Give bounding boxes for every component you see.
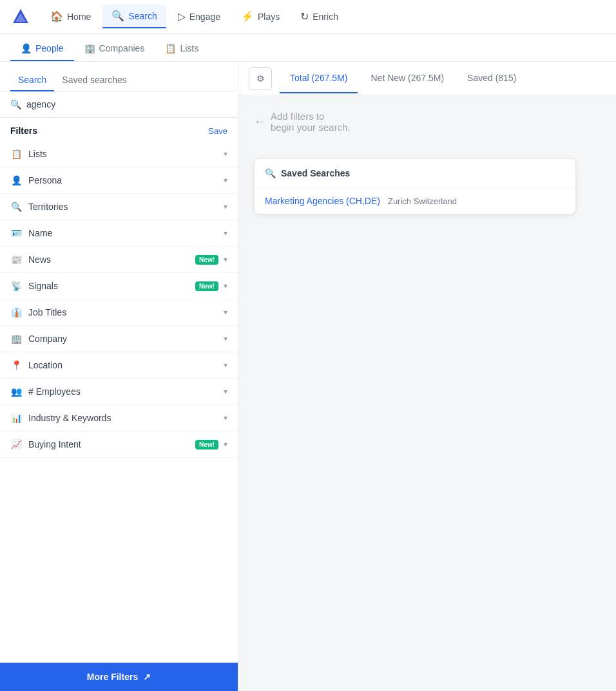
filter-icon-buying-intent: 📈 bbox=[10, 439, 22, 450]
filter-label-job-titles: 👔 Job Titles bbox=[10, 307, 66, 317]
chevron-icon-persona: ▾ bbox=[224, 176, 227, 185]
filters-title: Filters bbox=[10, 126, 37, 136]
filter-label-location: 📍 Location bbox=[10, 360, 63, 370]
chevron-icon-lists: ▾ bbox=[224, 149, 227, 158]
filter-text-signals: Signals bbox=[28, 281, 58, 291]
companies-icon: 🏢 bbox=[84, 43, 95, 53]
filter-icon-news: 📰 bbox=[10, 254, 22, 265]
tab-lists[interactable]: 📋 Lists bbox=[155, 37, 209, 61]
top-nav: 🏠 Home 🔍 Search ▷ Engage ⚡ Plays ↻ Enric… bbox=[0, 0, 616, 33]
filter-text-lists: Lists bbox=[28, 149, 47, 159]
more-filters-button[interactable]: More Filters ↗ bbox=[0, 663, 238, 691]
arrow-left-icon: ← bbox=[254, 115, 265, 129]
chevron-icon-news: ▾ bbox=[224, 255, 227, 264]
search-tabs: Search Saved searches bbox=[0, 62, 238, 91]
filter-text-territories: Territories bbox=[28, 202, 68, 212]
filter-industry[interactable]: 📊 Industry & Keywords ▾ bbox=[0, 405, 238, 431]
filter-name[interactable]: 🪪 Name ▾ bbox=[0, 220, 238, 247]
chevron-icon-industry: ▾ bbox=[224, 413, 227, 422]
search-tab-search[interactable]: Search bbox=[10, 70, 54, 91]
filter-icon-industry: 📊 bbox=[10, 413, 22, 423]
nav-plays[interactable]: ⚡ Plays bbox=[232, 5, 289, 28]
entity-tab-bar: 👤 People 🏢 Companies 📋 Lists bbox=[0, 33, 616, 62]
search-input-area: 🔍 bbox=[0, 91, 238, 118]
content-area: ⚙ Total (267.5M) Net New (267.5M) Saved … bbox=[238, 62, 616, 691]
chevron-icon-buying-intent: ▾ bbox=[224, 440, 227, 449]
filter-job-titles[interactable]: 👔 Job Titles ▾ bbox=[0, 299, 238, 326]
filter-text-location: Location bbox=[28, 360, 63, 370]
tab-people[interactable]: 👤 People bbox=[10, 37, 74, 61]
nav-enrich[interactable]: ↻ Enrich bbox=[291, 5, 347, 28]
filter-icon-territories: 🔍 bbox=[10, 202, 22, 212]
nav-engage[interactable]: ▷ Engage bbox=[169, 5, 229, 28]
external-link-icon: ↗ bbox=[143, 672, 151, 682]
filter-location[interactable]: 📍 Location ▾ bbox=[0, 352, 238, 379]
saved-search-item: Marketing Agencies (CH,DE) Zurich Switze… bbox=[255, 188, 575, 214]
sidebar: Search Saved searches 🔍 Filters Save 📋 L… bbox=[0, 62, 238, 691]
filter-employees[interactable]: 👥 # Employees ▾ bbox=[0, 379, 238, 405]
filter-news[interactable]: 📰 News New! ▾ bbox=[0, 247, 238, 273]
nav-search[interactable]: 🔍 Search bbox=[102, 5, 166, 28]
save-filter-button[interactable]: Save bbox=[208, 126, 227, 136]
filter-label-buying-intent: 📈 Buying Intent bbox=[10, 439, 81, 450]
filter-icon-company: 🏢 bbox=[10, 334, 22, 344]
filter-signals[interactable]: 📡 Signals New! ▾ bbox=[0, 273, 238, 299]
filter-text-name: Name bbox=[28, 228, 52, 238]
filter-list: 📋 Lists ▾ 👤 Persona ▾ 🔍 Territories bbox=[0, 141, 238, 458]
home-icon: 🏠 bbox=[50, 10, 63, 23]
people-icon: 👤 bbox=[21, 43, 32, 53]
search-input[interactable] bbox=[26, 99, 227, 109]
filter-label-territories: 🔍 Territories bbox=[10, 202, 68, 212]
chevron-icon-name: ▾ bbox=[224, 229, 227, 238]
result-tab-net-new[interactable]: Net New (267.5M) bbox=[360, 64, 454, 93]
search-tab-saved[interactable]: Saved searches bbox=[54, 70, 134, 91]
enrich-icon: ↻ bbox=[300, 10, 309, 23]
filters-header: Filters Save bbox=[0, 118, 238, 141]
filter-label-company: 🏢 Company bbox=[10, 334, 67, 344]
engage-icon: ▷ bbox=[178, 10, 186, 23]
saved-searches-header: 🔍 Saved Searches bbox=[255, 159, 575, 188]
result-tab-saved[interactable]: Saved (815) bbox=[457, 64, 526, 93]
filter-text-persona: Persona bbox=[28, 175, 62, 185]
content-main: ← Add filters to begin your search. 🔍 Sa… bbox=[238, 95, 616, 691]
filter-text-company: Company bbox=[28, 334, 67, 344]
search-icon: 🔍 bbox=[111, 10, 124, 22]
filter-label-signals: 📡 Signals bbox=[10, 281, 58, 291]
chevron-icon-territories: ▾ bbox=[224, 202, 227, 211]
filter-persona[interactable]: 👤 Persona ▾ bbox=[0, 167, 238, 194]
filter-label-news: 📰 News bbox=[10, 254, 51, 265]
saved-searches-panel: 🔍 Saved Searches Marketing Agencies (CH,… bbox=[254, 158, 576, 214]
chevron-icon-employees: ▾ bbox=[224, 387, 227, 396]
filter-label-industry: 📊 Industry & Keywords bbox=[10, 413, 111, 423]
filter-lists[interactable]: 📋 Lists ▾ bbox=[0, 141, 238, 167]
add-filters-hint: ← Add filters to begin your search. bbox=[238, 95, 616, 148]
filter-icon-location: 📍 bbox=[10, 360, 22, 370]
saved-searches-icon: 🔍 bbox=[265, 168, 276, 178]
filter-label-employees: 👥 # Employees bbox=[10, 386, 81, 397]
search-input-icon: 🔍 bbox=[10, 99, 21, 109]
logo bbox=[10, 6, 31, 27]
saved-search-meta: Zurich Switzerland bbox=[388, 196, 457, 206]
filter-territories[interactable]: 🔍 Territories ▾ bbox=[0, 194, 238, 220]
filter-icon-signals: 📡 bbox=[10, 281, 22, 291]
plays-icon: ⚡ bbox=[241, 10, 254, 23]
saved-search-name[interactable]: Marketing Agencies (CH,DE) bbox=[265, 196, 380, 206]
filter-icon-job-titles: 👔 bbox=[10, 307, 22, 317]
filter-text-employees: # Employees bbox=[28, 386, 81, 397]
results-tabs: ⚙ Total (267.5M) Net New (267.5M) Saved … bbox=[238, 62, 616, 95]
tab-companies[interactable]: 🏢 Companies bbox=[74, 37, 155, 61]
filter-icon-lists: 📋 bbox=[10, 149, 22, 159]
chevron-icon-signals: ▾ bbox=[224, 281, 227, 290]
filter-icon-persona: 👤 bbox=[10, 175, 22, 185]
sliders-icon: ⚙ bbox=[256, 73, 265, 84]
filter-options-button[interactable]: ⚙ bbox=[249, 67, 272, 90]
filter-company[interactable]: 🏢 Company ▾ bbox=[0, 326, 238, 352]
result-tab-total[interactable]: Total (267.5M) bbox=[280, 64, 358, 93]
nav-home[interactable]: 🏠 Home bbox=[41, 5, 100, 28]
chevron-icon-location: ▾ bbox=[224, 361, 227, 370]
filter-text-news: News bbox=[28, 254, 51, 265]
badge-new-buying-intent: New! bbox=[195, 440, 218, 450]
filter-buying-intent[interactable]: 📈 Buying Intent New! ▾ bbox=[0, 431, 238, 458]
filter-label-persona: 👤 Persona bbox=[10, 175, 62, 185]
badge-new-news: New! bbox=[195, 255, 218, 265]
